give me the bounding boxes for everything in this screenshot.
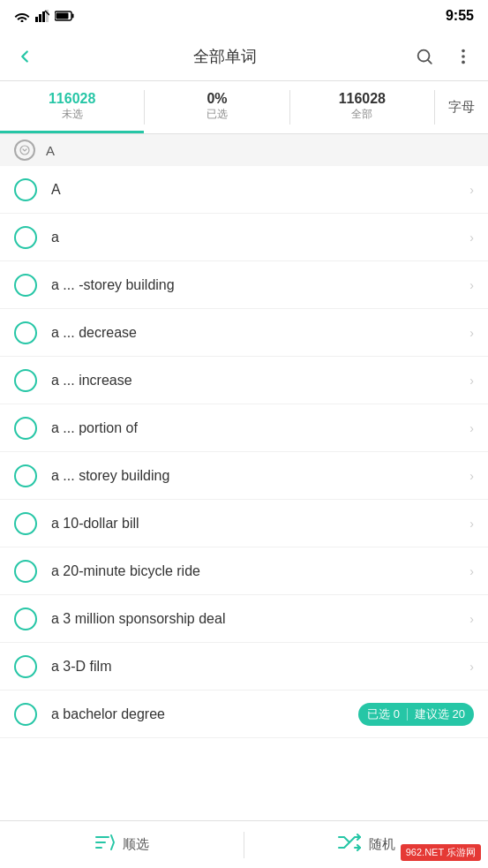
- word-text: a ... decrease: [51, 325, 469, 341]
- page-title: 全部单词: [42, 46, 407, 67]
- list-item[interactable]: a ... storey building ›: [0, 452, 488, 500]
- list-item[interactable]: a 10-dollar bill ›: [0, 500, 488, 547]
- list-item[interactable]: a ... decrease ›: [0, 309, 488, 357]
- list-item[interactable]: a ... -storey building ›: [0, 261, 488, 309]
- list-item[interactable]: a 3 million sponsorship deal ›: [0, 595, 488, 643]
- battery-icon: [55, 11, 74, 21]
- nav-actions: [407, 39, 481, 74]
- selection-badge[interactable]: 已选 0 建议选 20: [358, 703, 474, 726]
- signal-icon: [35, 10, 49, 22]
- svg-rect-0: [35, 17, 38, 22]
- chevron-right-icon: ›: [469, 230, 474, 245]
- chevron-right-icon: ›: [469, 612, 474, 626]
- word-text: a bachelor degree: [51, 706, 358, 722]
- sequential-sort-button[interactable]: 顺选: [0, 821, 244, 868]
- word-checkbox[interactable]: [14, 369, 37, 392]
- word-text: a 20-minute bicycle ride: [51, 563, 469, 579]
- chevron-right-icon: ›: [469, 469, 474, 483]
- chevron-right-icon: ›: [469, 517, 474, 531]
- word-checkbox[interactable]: [14, 655, 37, 678]
- tab-selected-count: 0%: [206, 91, 227, 107]
- tab-alpha[interactable]: 字母: [435, 81, 488, 133]
- list-item-last[interactable]: a bachelor degree 已选 0 建议选 20: [0, 691, 488, 738]
- word-text: a ... portion of: [51, 420, 469, 436]
- svg-rect-6: [72, 14, 74, 19]
- chevron-right-icon: ›: [469, 660, 474, 674]
- chevron-right-icon: ›: [469, 421, 474, 435]
- word-list: A › a › a ... -storey building › a ... d…: [0, 166, 488, 738]
- word-checkbox[interactable]: [14, 608, 37, 630]
- list-item[interactable]: a ›: [0, 214, 488, 261]
- word-text: A: [51, 182, 469, 198]
- nav-bar: 全部单词: [0, 32, 488, 81]
- watermark: 962.NET 乐游网: [401, 844, 481, 861]
- list-item[interactable]: A ›: [0, 166, 488, 214]
- word-text: a ... storey building: [51, 468, 469, 484]
- chevron-right-icon: ›: [469, 564, 474, 578]
- tab-all-label: 全部: [351, 107, 372, 122]
- word-checkbox[interactable]: [14, 512, 37, 535]
- word-checkbox[interactable]: [14, 417, 37, 440]
- word-text: a: [51, 230, 469, 245]
- word-checkbox[interactable]: [14, 274, 37, 297]
- badge-suggestion: 建议选 20: [415, 706, 465, 722]
- chevron-right-icon: ›: [469, 374, 474, 388]
- svg-rect-7: [56, 13, 69, 19]
- tab-unselected-label: 未选: [62, 107, 83, 122]
- svg-point-12: [20, 146, 29, 155]
- random-sort-icon: [337, 834, 362, 856]
- status-icons: [14, 10, 74, 22]
- word-text: a 10-dollar bill: [51, 516, 469, 532]
- list-item[interactable]: a 20-minute bicycle ride ›: [0, 547, 488, 595]
- chevron-right-icon: ›: [469, 326, 474, 340]
- chevron-right-icon: ›: [469, 278, 474, 292]
- back-button[interactable]: [7, 39, 42, 74]
- word-checkbox[interactable]: [14, 703, 37, 726]
- svg-rect-2: [42, 11, 45, 22]
- word-text: a 3 million sponsorship deal: [51, 611, 469, 627]
- letter-header: A: [0, 134, 488, 166]
- random-label: 随机: [369, 836, 395, 853]
- chevron-right-icon: ›: [469, 183, 474, 197]
- word-checkbox[interactable]: [14, 178, 37, 201]
- list-item[interactable]: a 3-D film ›: [0, 643, 488, 691]
- tab-selected-label: 已选: [206, 107, 228, 122]
- tab-unselected-count: 116028: [49, 91, 95, 107]
- badge-divider: [407, 708, 408, 721]
- word-text: a 3-D film: [51, 659, 469, 675]
- tab-all-count: 116028: [339, 91, 386, 107]
- search-button[interactable]: [407, 39, 442, 74]
- sequential-label: 顺选: [123, 836, 149, 853]
- word-text: a ... increase: [51, 373, 469, 389]
- svg-point-11: [462, 60, 465, 64]
- word-text: a ... -storey building: [51, 277, 469, 293]
- word-checkbox[interactable]: [14, 226, 37, 249]
- svg-point-9: [462, 49, 465, 52]
- expand-icon[interactable]: [14, 140, 35, 161]
- word-checkbox[interactable]: [14, 560, 37, 583]
- list-item[interactable]: a ... increase ›: [0, 357, 488, 404]
- list-item[interactable]: a ... portion of ›: [0, 404, 488, 452]
- tab-all[interactable]: 116028 全部: [290, 81, 434, 133]
- more-button[interactable]: [446, 39, 481, 74]
- sequential-sort-icon: [94, 834, 116, 856]
- svg-point-10: [462, 55, 465, 58]
- badge-selected: 已选 0: [367, 706, 400, 722]
- svg-rect-1: [39, 14, 41, 22]
- status-time: 9:55: [446, 8, 474, 24]
- word-checkbox[interactable]: [14, 321, 37, 344]
- word-checkbox[interactable]: [14, 464, 37, 487]
- status-bar: 9:55: [0, 0, 488, 32]
- letter-label: A: [46, 143, 55, 158]
- wifi-icon: [14, 10, 30, 22]
- tab-unselected[interactable]: 116028 未选: [0, 81, 144, 133]
- tab-selected[interactable]: 0% 已选: [145, 81, 289, 133]
- tab-section: 116028 未选 0% 已选 116028 全部 字母: [0, 81, 488, 134]
